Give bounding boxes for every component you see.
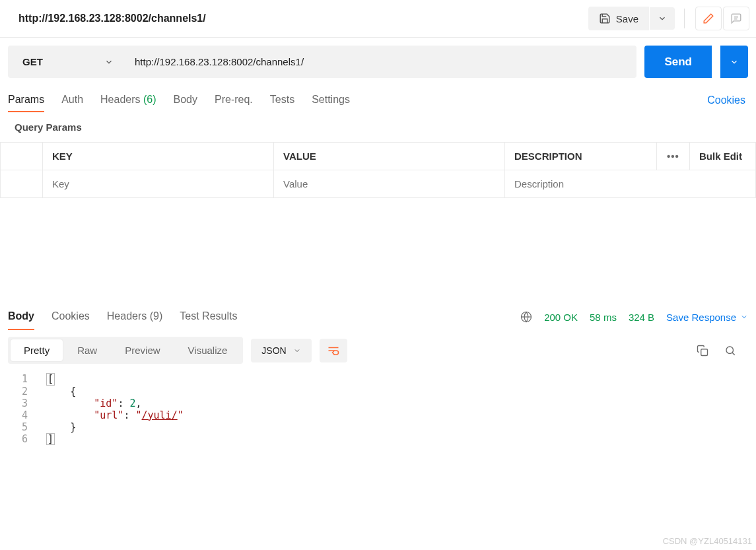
line-number: 4 <box>0 409 46 421</box>
line-number: 3 <box>0 397 46 409</box>
network-icon[interactable] <box>520 311 532 323</box>
save-button[interactable]: Save <box>588 7 649 30</box>
view-pretty[interactable]: Pretty <box>11 339 63 361</box>
desc-header: DESCRIPTION <box>505 143 657 170</box>
headers-count: (6) <box>143 94 156 105</box>
status-size: 324 B <box>629 312 654 323</box>
url-input[interactable] <box>123 46 636 78</box>
tab-tests[interactable]: Tests <box>270 88 294 112</box>
tab-headers[interactable]: Headers (6) <box>100 88 156 112</box>
tab-settings[interactable]: Settings <box>312 88 350 112</box>
line-number: 5 <box>0 421 46 433</box>
tab-prereq[interactable]: Pre-req. <box>215 88 253 112</box>
response-body[interactable]: 1[ 2 { 3 "id": 2, 4 "url": "/yuli/" 5 } … <box>0 370 756 450</box>
more-menu[interactable]: ••• <box>657 143 690 170</box>
chevron-down-icon <box>658 14 667 23</box>
method-select[interactable]: GET <box>8 46 123 78</box>
send-dropdown[interactable] <box>720 46 748 78</box>
globe-icon <box>520 311 532 323</box>
status-time: 58 ms <box>590 312 617 323</box>
save-label: Save <box>616 13 638 24</box>
cookies-link[interactable]: Cookies <box>707 94 748 106</box>
tab-auth[interactable]: Auth <box>61 88 83 112</box>
key-header: KEY <box>43 143 274 170</box>
resp-tab-headers[interactable]: Headers (9) <box>107 304 163 330</box>
tab-headers-label: Headers <box>100 94 140 105</box>
resp-headers-label: Headers <box>107 310 147 322</box>
format-value: JSON <box>261 345 286 356</box>
method-value: GET <box>22 56 43 67</box>
svg-rect-5 <box>701 349 708 355</box>
json-url-value[interactable]: /yuli/ <box>142 409 178 421</box>
chevron-down-icon <box>104 57 114 67</box>
status-code: 200 OK <box>544 312 578 323</box>
resp-tab-testresults[interactable]: Test Results <box>180 304 237 330</box>
view-mode-group: Pretty Raw Preview Visualize <box>8 337 243 364</box>
key-input[interactable] <box>52 178 264 189</box>
search-icon <box>724 345 736 357</box>
tab-body[interactable]: Body <box>174 88 197 112</box>
resp-headers-count: (9) <box>150 310 163 322</box>
save-response-link[interactable]: Save Response <box>666 312 748 323</box>
save-dropdown[interactable] <box>650 7 675 30</box>
save-response-label: Save Response <box>666 312 736 323</box>
table-row <box>1 170 756 198</box>
more-icon: ••• <box>667 151 679 162</box>
value-header: VALUE <box>274 143 505 170</box>
search-button[interactable] <box>724 345 736 357</box>
view-raw[interactable]: Raw <box>64 339 110 361</box>
resp-tab-body[interactable]: Body <box>8 304 34 330</box>
line-number: 1 <box>0 373 46 386</box>
chevron-down-icon <box>740 313 748 321</box>
tab-params[interactable]: Params <box>8 88 44 112</box>
save-icon <box>599 13 611 24</box>
divider <box>684 9 685 28</box>
copy-icon <box>697 345 708 357</box>
line-number: 2 <box>0 386 46 397</box>
svg-point-6 <box>726 347 734 354</box>
wrap-icon <box>327 345 339 356</box>
bulk-edit-link[interactable]: Bulk Edit <box>690 143 756 170</box>
value-input[interactable] <box>283 178 495 189</box>
send-button[interactable]: Send <box>644 46 712 78</box>
request-title: http://192.168.23.128:8002/channels1/ <box>18 13 588 24</box>
comment-icon <box>730 13 742 24</box>
pencil-icon <box>703 13 714 24</box>
wrap-lines-button[interactable] <box>320 339 347 362</box>
checkbox-header <box>1 143 43 170</box>
edit-button[interactable] <box>695 7 722 30</box>
comment-button[interactable] <box>723 7 749 30</box>
format-select[interactable]: JSON <box>251 339 311 362</box>
line-number: 6 <box>0 433 46 446</box>
view-preview[interactable]: Preview <box>112 339 173 361</box>
chevron-down-icon <box>730 57 739 67</box>
chevron-down-icon <box>293 347 301 355</box>
desc-input[interactable] <box>514 178 746 189</box>
params-table: KEY VALUE DESCRIPTION ••• Bulk Edit <box>0 142 756 198</box>
view-visualize[interactable]: Visualize <box>175 339 241 361</box>
svg-line-7 <box>732 353 735 355</box>
resp-tab-cookies[interactable]: Cookies <box>52 304 90 330</box>
query-params-label: Query Params <box>0 112 756 142</box>
copy-button[interactable] <box>697 345 708 357</box>
